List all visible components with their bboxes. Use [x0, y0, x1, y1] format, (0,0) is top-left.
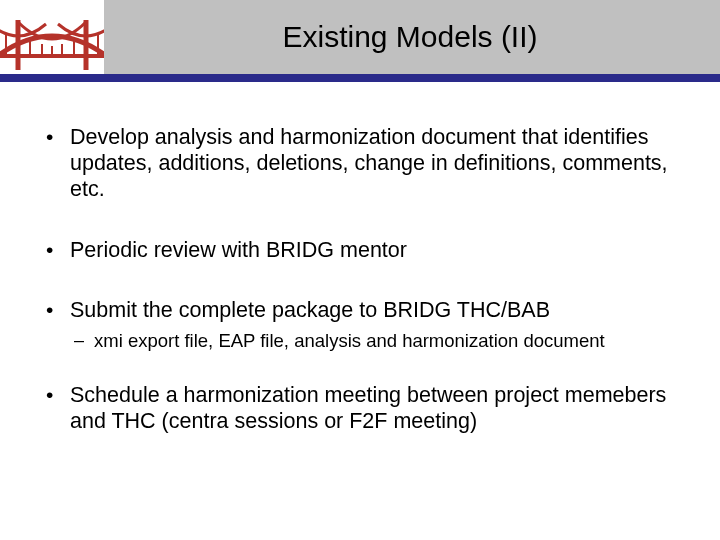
bullet-list: Develop analysis and harmonization docum… — [42, 124, 678, 435]
bullet-text: Develop analysis and harmonization docum… — [70, 125, 668, 201]
bullet-item: Schedule a harmonization meeting between… — [42, 382, 678, 434]
sub-bullet-text: xmi export file, EAP file, analysis and … — [94, 330, 605, 351]
header-underline — [0, 74, 720, 82]
bullet-text: Schedule a harmonization meeting between… — [70, 383, 666, 433]
slide-title: Existing Models (II) — [120, 0, 700, 74]
bullet-text: Periodic review with BRIDG mentor — [70, 238, 407, 262]
bullet-text: Submit the complete package to BRIDG THC… — [70, 298, 550, 322]
slide: Existing Models (II) Develop analysis an… — [0, 0, 720, 540]
sub-bullet-list: xmi export file, EAP file, analysis and … — [70, 329, 678, 352]
bridge-icon — [0, 0, 104, 82]
sub-bullet-item: xmi export file, EAP file, analysis and … — [70, 329, 678, 352]
bullet-item: Develop analysis and harmonization docum… — [42, 124, 678, 203]
bullet-item: Submit the complete package to BRIDG THC… — [42, 297, 678, 352]
bullet-item: Periodic review with BRIDG mentor — [42, 237, 678, 263]
bridge-logo — [0, 0, 104, 82]
slide-body: Develop analysis and harmonization docum… — [0, 82, 720, 435]
slide-header: Existing Models (II) — [0, 0, 720, 82]
